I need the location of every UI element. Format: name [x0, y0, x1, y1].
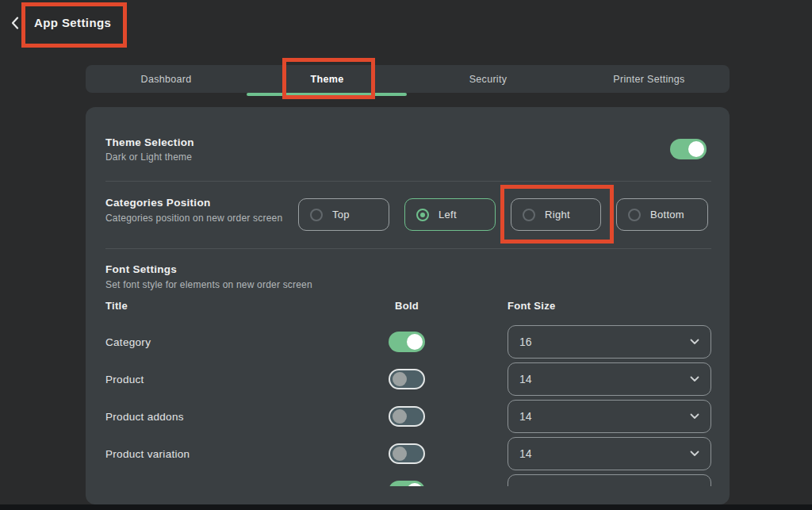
select-value: 14: [519, 373, 532, 385]
row-label: Category: [105, 336, 389, 348]
theme-selection-title: Theme Selection: [105, 136, 194, 148]
chevron-down-icon: [690, 413, 699, 420]
app-settings-screen: App Settings Dashboard Theme Security Pr…: [0, 0, 812, 510]
bold-toggle[interactable]: [389, 369, 425, 389]
tab-dashboard[interactable]: Dashboard: [86, 65, 247, 93]
option-label: Top: [332, 209, 350, 220]
column-header-title: Title: [105, 300, 389, 312]
tab-theme[interactable]: Theme: [247, 65, 408, 93]
font-settings-title: Font Settings: [105, 263, 177, 275]
option-label: Left: [439, 209, 457, 220]
select-value: 14: [519, 410, 532, 423]
section-divider: [105, 181, 711, 182]
font-row-product-variation: Product variation 14: [86, 437, 730, 470]
font-settings-subtitle: Set font style for elements on new order…: [105, 279, 312, 290]
toggle-knob: [407, 334, 423, 350]
option-label: Bottom: [650, 209, 684, 220]
radio-icon: [523, 209, 535, 221]
toggle-knob: [393, 447, 407, 461]
tab-security[interactable]: Security: [408, 65, 569, 93]
radio-icon: [310, 209, 323, 221]
toggle-knob: [393, 409, 407, 424]
font-rows-container: Category 16 Product 14 Pro: [86, 325, 730, 486]
tab-printer-settings[interactable]: Printer Settings: [569, 65, 730, 93]
position-option-right[interactable]: Right: [511, 198, 601, 231]
bottom-edge: [0, 504, 812, 510]
chevron-down-icon: [690, 451, 699, 457]
categories-position-subtitle: Categories position on new order screen: [105, 213, 282, 224]
font-row-partial: [86, 474, 730, 486]
theme-settings-panel: Theme Selection Dark or Light theme Cate…: [86, 107, 730, 504]
categories-position-title: Categories Position: [105, 197, 210, 209]
bold-toggle[interactable]: [389, 406, 425, 427]
back-button[interactable]: [6, 14, 24, 32]
select-value: 14: [519, 447, 532, 460]
font-row-product-addons: Product addons 14: [86, 400, 730, 433]
select-value: 16: [519, 336, 532, 348]
font-size-select[interactable]: 14: [508, 437, 711, 470]
font-size-select[interactable]: [508, 474, 711, 486]
position-option-left[interactable]: Left: [404, 198, 496, 231]
font-size-select[interactable]: 14: [508, 400, 711, 433]
row-label: Product: [105, 374, 389, 385]
settings-tab-bar: Dashboard Theme Security Printer Setting…: [86, 65, 730, 93]
toggle-knob: [393, 372, 407, 386]
page-title: App Settings: [34, 16, 111, 29]
font-row-product: Product 14: [86, 362, 730, 396]
font-table-header: Title Bold Font Size: [86, 300, 730, 312]
chevron-down-icon: [690, 376, 699, 382]
chevron-down-icon: [690, 339, 699, 345]
theme-toggle[interactable]: [670, 139, 707, 159]
theme-selection-subtitle: Dark or Light theme: [105, 151, 192, 163]
row-label: Product addons: [105, 411, 389, 423]
radio-icon: [416, 209, 429, 221]
section-divider: [105, 248, 711, 249]
position-option-bottom[interactable]: Bottom: [616, 198, 708, 231]
radio-icon: [628, 209, 641, 221]
toggle-knob: [407, 483, 423, 486]
bold-toggle[interactable]: [389, 443, 425, 464]
column-header-bold: Bold: [389, 300, 425, 312]
bold-toggle[interactable]: [389, 332, 425, 352]
font-size-select[interactable]: 14: [508, 362, 711, 396]
column-header-font-size: Font Size: [508, 300, 711, 312]
bold-toggle[interactable]: [389, 481, 425, 486]
active-tab-indicator: [247, 93, 407, 96]
font-row-category: Category 16: [86, 325, 730, 359]
position-option-top[interactable]: Top: [298, 198, 389, 231]
row-label: Product variation: [105, 448, 389, 460]
chevron-left-icon: [11, 17, 19, 29]
font-size-select[interactable]: 16: [508, 325, 711, 359]
toggle-knob: [688, 141, 704, 157]
radio-dot: [420, 213, 425, 217]
option-label: Right: [545, 209, 570, 220]
